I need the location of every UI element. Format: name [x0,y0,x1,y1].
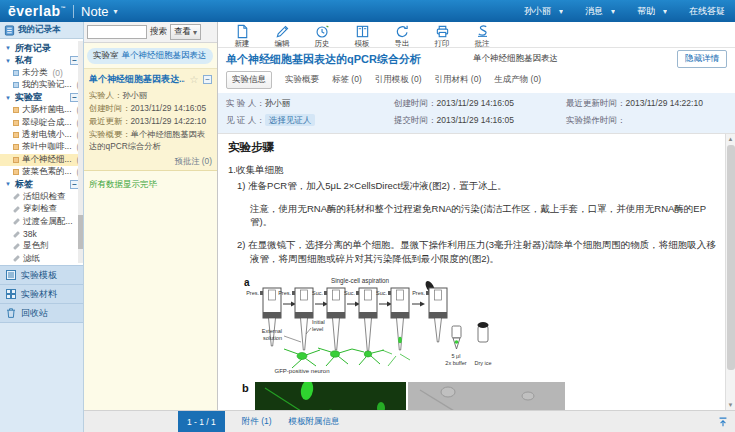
summary-label: 实验概要： [89,129,130,139]
triangle-down-icon: ▼ [5,58,12,64]
pressure-label: Pres. [246,290,259,296]
user-menu[interactable]: 孙小丽▾ [524,5,563,18]
notebook-header[interactable]: 我的记录本 [0,22,83,39]
sidebar-item-uncategorized[interactable]: 未分类 (0) [0,67,83,79]
step1-note: 注意，使用无RNA酶的耗材和整个过程避免RNA的污染(清洁工作区，戴上手套，口罩… [228,202,719,230]
tab-tags[interactable]: 标签 (0) [332,74,362,86]
page-subtitle: 单个神经细胞基因表达 [473,53,558,65]
sidebar-item-lab-3[interactable]: 茶叶中咖啡... (2) [0,141,83,153]
triangle-down-icon: ▼ [5,95,12,101]
chevron-down-icon[interactable]: ▾ [114,7,118,16]
search-button[interactable]: 搜索 [150,26,167,38]
sidebar-item-lab-5[interactable]: 菠菜色素的... (1) [0,166,83,178]
template-icon [5,269,17,281]
sidebar-item-lab-4-selected[interactable]: 单个神经细... (1) [0,154,83,166]
lab-label: 实验室 [15,92,42,104]
sidebar-item-recycle-bin[interactable]: 回收站 [0,303,83,322]
pressure-label: Pres. [412,290,425,296]
history-clock-icon [315,24,330,39]
star-icon[interactable]: ☆ [190,74,199,85]
pressure-label: Pres. [278,290,291,296]
external-solution-label: solution [263,335,282,341]
history-button[interactable]: 历史 [302,24,342,49]
sidebar-tag-0[interactable]: 活组织检查 [0,191,83,203]
sidebar-section-private[interactable]: ▼ 私有 − [0,54,83,66]
tab-experiment-summary[interactable]: 实验概要 [285,74,319,86]
witness-label: 见 证 人： [226,115,265,125]
buffer-tube [452,326,461,349]
private-label: 私有 [15,54,33,66]
content-scrollbar[interactable]: ▲ ▼ [725,134,735,410]
sidebar-tag-3[interactable]: 38k [0,228,83,240]
tags-label: 标签 [15,178,33,190]
help-menu[interactable]: 帮助▾ [637,5,667,18]
scrollbar-thumb[interactable] [78,215,83,249]
sidebar-section-lab[interactable]: ▼ 实验室 − [0,92,83,104]
micrograph-grid: 10 μm [255,382,565,410]
suction-label: Suc. [344,290,355,296]
sidebar-item-my-records[interactable]: 我的实验记... (1) [0,79,83,91]
annotation-count-link[interactable]: 预批注 (0) [89,156,212,167]
tag-icon [13,193,20,200]
experiment-card[interactable]: 单个神经细胞基因表达... ☆ − 实验人：孙小丽 创建时间：2013/11/2… [84,69,217,171]
sidebar-tag-4[interactable]: 显色剂 [0,240,83,252]
app-logo: ēverlab™ [8,3,66,19]
item-label: 翠绿啶合成... [22,117,72,129]
scroll-up-arrow[interactable]: ▲ [726,134,735,144]
sidebar-item-lab-2[interactable]: 透射电镜小... (0) [0,129,83,141]
tab-experiment-info[interactable]: 实验信息 [226,71,272,89]
card-summary: 实验概要：单个神经细胞基因表达的qPCR综合分析 [89,128,212,152]
breadcrumb-chip[interactable]: 实验室单个神经细胞基因表达 [87,48,213,64]
collapse-icon[interactable]: − [203,75,212,84]
notebook-tree: ▼ 所有记录 ▼ 私有 − 未分类 (0) 我的实验记... (1) ▼ 实验室… [0,39,83,265]
search-input[interactable] [87,25,147,39]
scrollbar-thumb[interactable] [727,145,735,370]
attachments-tab[interactable]: 附件 (1) [242,416,272,428]
tag-icon [13,218,20,225]
tab-referenced-materials[interactable]: 引用材料 (0) [435,74,482,86]
tab-products[interactable]: 生成产物 (0) [494,74,541,86]
pencil-icon [275,24,290,39]
print-button[interactable]: 打印 [422,24,462,49]
pipette-5: Suc. [376,288,410,366]
template-info-tab[interactable]: 模板附属信息 [289,416,340,428]
sidebar-item-all-records[interactable]: ▼ 所有记录 [0,42,83,54]
recycle-bin-label: 回收站 [21,307,48,320]
sidebar-item-templates[interactable]: 实验模板 [0,265,83,284]
sidebar: 我的记录本 ▼ 所有记录 ▼ 私有 − 未分类 (0) 我的实验记... (1)… [0,22,84,432]
experimenter-label: 实 验 人： [226,98,265,108]
hide-details-button[interactable]: 隐藏详情 [677,50,727,68]
sidebar-section-tags[interactable]: ▼ 标签 − [0,178,83,190]
export-button[interactable]: 导出 [382,24,422,49]
sidebar-item-materials[interactable]: 实验材料 [0,284,83,303]
item-label: 透射电镜小... [22,129,72,141]
new-button[interactable]: 新建 [222,24,262,49]
template-button[interactable]: 模板 [342,24,382,49]
scroll-down-arrow[interactable]: ▼ [726,400,735,410]
sidebar-item-lab-1[interactable]: 翠绿啶合成... (7) [0,116,83,128]
sidebar-item-lab-0[interactable]: 大肠杆菌电... (5) [0,104,83,116]
figure-a-diagram: a Single-cell aspiration Pres. Pres. [242,276,572,376]
sidebar-tag-1[interactable]: 穿刺检查 [0,203,83,215]
sidebar-tag-5[interactable]: 滤纸 [0,253,83,265]
breadcrumb-scope: 实验室 [93,50,119,60]
back-to-top-button[interactable] [717,416,729,428]
annotate-button[interactable]: 批注 [462,24,502,49]
pipette-6: Pres. [412,279,447,341]
sidebar-bottom-nav: 实验模板 实验材料 回收站 [0,265,83,322]
panel-b-label: b [242,382,255,410]
edit-button[interactable]: 编辑 [262,24,302,49]
tag-icon [13,206,20,213]
steps-heading: 实验步骤 [228,140,719,155]
messages-menu[interactable]: 消息▾ [585,5,615,18]
submitted-time-label: 提交时间： [394,115,437,125]
choose-witness-button[interactable]: 选择见证人 [265,114,316,126]
online-support-link[interactable]: 在线答疑 [689,5,725,18]
notebook-square-icon [13,132,19,138]
card-title[interactable]: 单个神经细胞基因表达... [89,73,185,86]
tab-referenced-templates[interactable]: 引用模板 (0) [375,74,422,86]
sidebar-scrollbar[interactable] [78,41,83,263]
chevron-down-icon: ▾ [611,7,615,16]
sidebar-tag-2[interactable]: 过渡金属配... [0,215,83,227]
view-dropdown[interactable]: 查看▾ [170,24,201,40]
